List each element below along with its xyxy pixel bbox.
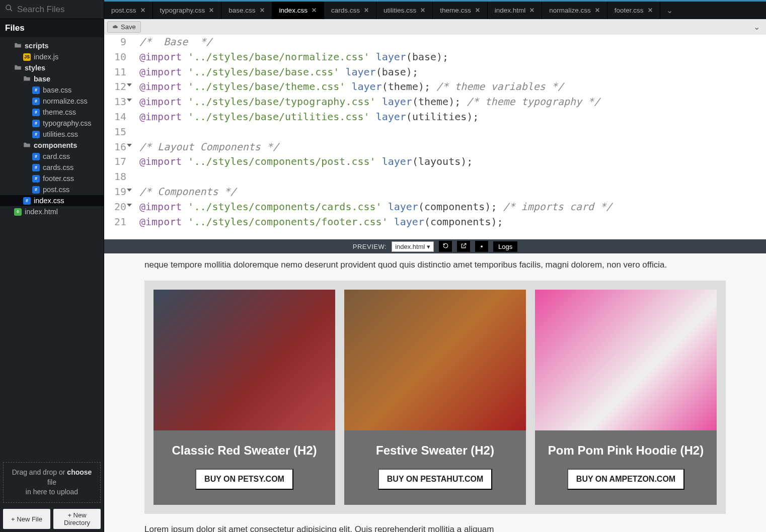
file-item[interactable]: #footer.css (0, 173, 104, 184)
file-item[interactable]: JSindex.js (0, 51, 104, 62)
fold-icon[interactable] (127, 204, 132, 207)
folder-item[interactable]: components (0, 140, 104, 151)
file-item[interactable]: #normalize.css (0, 96, 104, 107)
close-icon[interactable] (420, 7, 425, 14)
fold-icon[interactable] (127, 83, 132, 86)
close-icon[interactable] (529, 7, 534, 14)
preview-pane[interactable]: neque tempore mollitia doloremque nemo d… (104, 253, 766, 532)
dropzone-text: file (47, 478, 56, 486)
files-header: Files (0, 19, 104, 37)
toolbar-overflow-icon[interactable]: ⌄ (750, 22, 763, 32)
close-icon[interactable] (475, 7, 480, 14)
code-line[interactable] (139, 169, 612, 185)
tree-item-label: footer.css (43, 174, 74, 183)
fold-icon[interactable] (127, 99, 132, 102)
editor-tab[interactable]: base.css (221, 2, 272, 19)
line-number: 10 (104, 50, 126, 65)
card-image (344, 290, 526, 430)
close-icon[interactable] (648, 7, 653, 14)
folder-icon (14, 64, 22, 72)
file-item[interactable]: #card.css (0, 151, 104, 162)
code-line[interactable]: /* Components */ (139, 185, 612, 200)
card-title: Classic Red Sweater (H2) (167, 430, 322, 469)
code-content[interactable]: /* Base */@import '../styles/base/normal… (129, 35, 612, 229)
editor-tab[interactable]: index.css (272, 1, 324, 19)
line-number: 19 (104, 185, 126, 200)
tab-overflow-icon[interactable]: ⌄ (660, 2, 679, 19)
card-title: Pom Pom Pink Hoodie (H2) (543, 430, 709, 469)
editor-tab[interactable]: utilities.css (376, 2, 433, 19)
code-line[interactable]: /* Layout Components */ (139, 140, 612, 155)
css-file-icon: # (32, 175, 40, 183)
editor-tab[interactable]: cards.css (324, 2, 376, 19)
card-image (535, 290, 717, 430)
code-editor[interactable]: 9101112131415161718192021 /* Base */@imp… (104, 35, 766, 239)
preview-file-select[interactable]: index.html (392, 241, 434, 252)
fold-icon[interactable] (127, 189, 132, 192)
css-file-icon: # (32, 86, 40, 94)
close-icon[interactable] (209, 7, 214, 14)
save-button[interactable]: Save (107, 21, 141, 33)
editor-tab[interactable]: post.css (104, 2, 153, 19)
file-item[interactable]: #cards.css (0, 162, 104, 173)
folder-item[interactable]: scripts (0, 40, 104, 51)
line-number: 13 (104, 95, 126, 110)
line-number: 15 (104, 125, 126, 140)
product-card: Festive Sweater (H2)BUY ON PESTAHUT.COM (344, 290, 526, 505)
preview-paragraph: Lorem ipsum dolor sit amet consectetur a… (144, 523, 726, 533)
tree-item-label: base.css (43, 86, 71, 94)
reload-button[interactable] (439, 241, 452, 252)
file-item[interactable]: #base.css (0, 84, 104, 96)
editor-tab[interactable]: footer.css (607, 2, 660, 19)
close-icon[interactable] (595, 7, 600, 14)
search-input[interactable] (17, 5, 99, 15)
new-file-button[interactable]: + New File (3, 509, 50, 529)
file-item[interactable]: #typography.css (0, 118, 104, 129)
editor-tab[interactable]: normalize.css (542, 2, 607, 19)
file-item[interactable]: #theme.css (0, 107, 104, 118)
editor-tab[interactable]: typography.css (153, 2, 222, 19)
code-line[interactable]: @import '../styles/base/utilities.css' l… (139, 110, 612, 125)
close-icon[interactable] (364, 7, 369, 14)
code-line[interactable]: @import '../styles/base/normalize.css' l… (139, 50, 612, 65)
folder-item[interactable]: styles (0, 62, 104, 73)
preview-toolbar: PREVIEW: index.html • Logs (104, 239, 766, 253)
tab-label: cards.css (331, 7, 360, 14)
code-line[interactable]: @import '../styles/components/post.css' … (139, 154, 612, 169)
record-button[interactable]: • (475, 241, 488, 252)
tab-label: typography.css (160, 7, 205, 14)
code-line[interactable] (139, 125, 612, 140)
logs-button[interactable]: Logs (493, 241, 517, 252)
new-directory-button[interactable]: + New Directory (53, 509, 101, 529)
buy-button[interactable]: BUY ON PETSY.COM (195, 469, 293, 490)
fold-icon[interactable] (127, 144, 132, 147)
popout-button[interactable] (457, 241, 470, 252)
folder-item[interactable]: base (0, 73, 104, 84)
css-file-icon: # (32, 120, 40, 127)
dropzone-text: Drag and drop or (12, 468, 67, 476)
search-bar (0, 0, 104, 19)
file-item[interactable]: #utilities.css (0, 129, 104, 140)
choose-link[interactable]: choose (67, 468, 92, 476)
product-card: Pom Pom Pink Hoodie (H2)BUY ON AMPETZON.… (535, 290, 717, 505)
buy-button[interactable]: BUY ON AMPETZON.COM (567, 469, 684, 490)
css-file-icon: # (32, 98, 40, 105)
drop-zone[interactable]: Drag and drop or choose file in here to … (3, 462, 101, 503)
file-item[interactable]: ◊index.html (0, 206, 104, 217)
buy-button[interactable]: BUY ON PESTAHUT.COM (378, 469, 492, 490)
file-item[interactable]: #post.css (0, 184, 104, 195)
file-item[interactable]: #index.css (0, 195, 104, 206)
close-icon[interactable] (260, 7, 265, 14)
code-line[interactable]: /* Base */ (139, 35, 612, 50)
code-line[interactable]: @import '../styles/base/theme.css' layer… (139, 79, 612, 95)
editor-tab[interactable]: theme.css (433, 2, 488, 19)
close-icon[interactable] (312, 7, 317, 14)
code-line[interactable]: @import '../styles/components/cards.css'… (139, 200, 612, 215)
code-line[interactable]: @import '../styles/base/typography.css' … (139, 95, 612, 110)
code-line[interactable]: @import '../styles/components/footer.css… (139, 215, 612, 230)
code-line[interactable]: @import '../styles/base/base.css' layer(… (139, 65, 612, 80)
editor-tab[interactable]: index.html (488, 2, 543, 19)
tree-item-label: styles (25, 64, 45, 72)
tab-label: base.css (228, 7, 255, 14)
close-icon[interactable] (140, 7, 145, 14)
